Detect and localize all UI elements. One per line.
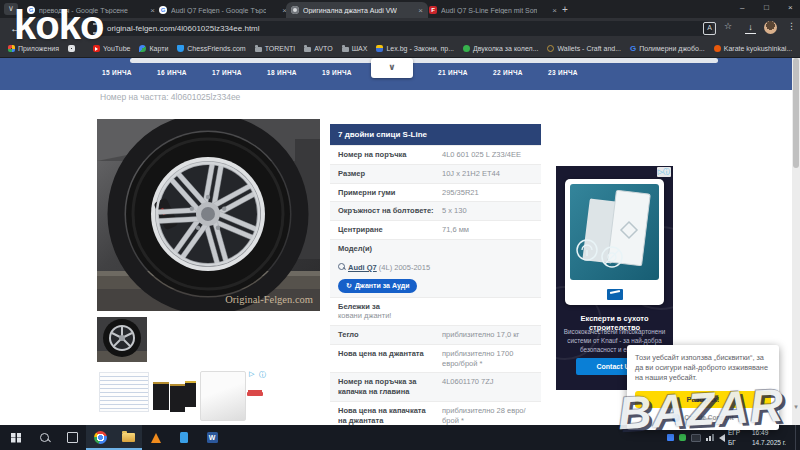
ad-products-thumb[interactable] — [151, 378, 197, 412]
url-text[interactable]: original-felgen.com/4l0601025lz334ee.htm… — [107, 24, 260, 33]
address-bar[interactable]: original-felgen.com/4l0601025lz334ee.htm… — [85, 21, 713, 36]
row-value: 4L0601170 7ZJ — [442, 377, 533, 397]
tab-title: Audi Q7 S-Line Felgen mit Som — [441, 7, 537, 14]
table-row: Размер 10J x 21H2 ET44 — [330, 164, 541, 183]
row-value: приблизително 17,0 кг — [442, 330, 533, 340]
bookmark-folder-avto[interactable]: AVTO — [304, 45, 332, 52]
wheel-photo[interactable]: Original-Felgen.com — [97, 119, 320, 311]
show-desktop-button[interactable] — [795, 425, 800, 450]
nav-item-21[interactable]: 21 ИНЧА — [438, 69, 468, 76]
search-icon — [40, 433, 49, 442]
window-minimize-button[interactable]: – — [740, 3, 744, 12]
new-tab-button[interactable]: + — [562, 4, 568, 15]
row-value: 71,6 мм — [442, 225, 533, 235]
ad-banner-bottom[interactable]: ▷ ⓘ — [97, 368, 267, 424]
start-button[interactable] — [2, 425, 30, 450]
gypsum-boards-image — [570, 184, 659, 280]
table-row: Нова цена на капачката на джантата прибл… — [330, 401, 541, 425]
ad-document-thumb[interactable] — [99, 372, 149, 412]
bookmark-star-icon[interactable]: ☆ — [724, 21, 732, 31]
bookmark-lexbg[interactable]: Lex.bg - Закони, пр... — [376, 45, 454, 52]
bookmark-dvukolka[interactable]: Двуколка за колел... — [463, 45, 538, 52]
bookmark-folder-shah[interactable]: ШАХ — [342, 45, 368, 52]
window-maximize-button[interactable]: □ — [764, 3, 769, 12]
row-label: Тегло — [338, 330, 442, 340]
adchoices-icons[interactable]: ▷ⓘ — [657, 167, 671, 177]
model-link-years: (4L) 2005-2015 — [377, 263, 430, 272]
bookmark-label: Полимерни джобо... — [639, 45, 704, 52]
audi-wheels-button[interactable]: ↻ Джанти за Ауди — [338, 279, 417, 293]
taskbar-chrome[interactable] — [86, 425, 114, 450]
language-bottom: БГ — [728, 438, 740, 448]
tab-active-felgen[interactable]: Оригинална джанта Audi VW × — [286, 2, 428, 18]
date: 14.7.2025 г. — [752, 438, 786, 448]
bookmark-chessfriends[interactable]: ChessFriends.com — [177, 45, 245, 52]
nav-item-16[interactable]: 16 ИНЧА — [157, 69, 187, 76]
translate-icon[interactable]: A — [703, 22, 716, 35]
seller-watermark: koko — [14, 3, 103, 48]
bookmark-polimerni[interactable]: G Полимерни джобо... — [630, 45, 705, 52]
windows-logo-icon — [11, 433, 21, 443]
f-favicon-icon: F — [429, 6, 437, 14]
browser-menu-icon[interactable]: ⋮ — [787, 21, 796, 31]
maps-pin-icon — [139, 45, 146, 52]
taskbar-vlc[interactable] — [142, 425, 170, 450]
taskbar-blue-app[interactable] — [170, 425, 198, 450]
scrollbar-down-arrow-icon[interactable]: ▾ — [792, 403, 800, 411]
model-link[interactable]: Audi Q7 — [348, 263, 377, 272]
row-label: Номер на поръчка за капачка на главина — [338, 377, 442, 397]
tab-close-icon[interactable]: × — [552, 6, 557, 15]
bookmark-label: ChessFriends.com — [187, 45, 245, 52]
nav-item-18[interactable]: 18 ИНЧА — [267, 69, 297, 76]
adchoices-play-icon[interactable]: ▷ — [249, 370, 254, 378]
task-view-icon — [67, 432, 78, 443]
taskbar-search-button[interactable] — [30, 425, 58, 450]
window-close-button[interactable]: × — [788, 3, 793, 12]
wheel-thumbnail[interactable] — [97, 317, 147, 362]
lex-icon — [376, 45, 383, 52]
ad-logo-red — [247, 392, 263, 396]
vlc-cone-icon — [151, 433, 161, 443]
tab-google-search[interactable]: G Audi Q7 Felgen - Google Търс × — [154, 2, 292, 18]
bookmark-label: ШАХ — [352, 45, 368, 52]
g-icon: G — [630, 45, 636, 52]
bookmark-folder-torenti[interactable]: TORENTI — [255, 45, 296, 52]
taskbar-explorer[interactable] — [114, 425, 142, 450]
nav-item-17[interactable]: 17 ИНЧА — [212, 69, 242, 76]
nav-item-15[interactable]: 15 ИНЧА — [102, 69, 132, 76]
horizontal-scrollbar[interactable] — [130, 58, 718, 63]
row-label: Окръжност на болтовете: — [338, 206, 442, 216]
wheel-favicon-icon — [291, 6, 299, 14]
adchoices-info-icon[interactable]: ⓘ — [663, 168, 670, 175]
knauf-ad-card[interactable] — [565, 179, 664, 305]
scrollbar-thumb[interactable] — [793, 58, 799, 168]
google-favicon-icon: G — [159, 6, 167, 14]
orange-dot-icon — [714, 45, 721, 52]
knauf-logo-icon — [607, 289, 623, 300]
ad-box-thumb[interactable] — [200, 371, 246, 421]
adchoices-info-icon[interactable]: ⓘ — [259, 370, 266, 380]
table-row: Центриране 71,6 мм — [330, 220, 541, 239]
chrome-icon — [94, 431, 107, 444]
bookmark-maps[interactable]: Карти — [139, 45, 168, 52]
ad-text-line: Висококачествени гипсокартонени — [556, 328, 673, 335]
downloads-icon[interactable]: ↓ — [745, 22, 756, 34]
taskbar-word[interactable]: W — [198, 425, 226, 450]
tab-felgen-shop[interactable]: F Audi Q7 S-Line Felgen mit Som × — [424, 2, 562, 18]
table-row-notes: Бележки за ковани джанти! — [330, 297, 541, 326]
folder-icon — [342, 47, 349, 52]
screen: ∨ G преводач - Google Търсене × G Audi Q… — [0, 0, 800, 450]
tab-close-icon[interactable]: × — [418, 6, 423, 15]
bookmark-wallets[interactable]: Wallets - Craft and... — [547, 45, 621, 52]
nav-item-22[interactable]: 22 ИНЧА — [493, 69, 523, 76]
profile-avatar[interactable] — [764, 21, 777, 34]
size-dropdown-chevron[interactable]: ∨ — [371, 58, 413, 78]
nav-item-23[interactable]: 23 ИНЧА — [548, 69, 578, 76]
bookmarks-bar: Приложения YouTube Карти ChessFriends.co… — [0, 40, 800, 58]
photo-watermark-text: Original-Felgen.com — [225, 294, 313, 305]
row-value: приблизително 28 евро/брой * — [442, 406, 533, 425]
nav-item-19[interactable]: 19 ИНЧА — [322, 69, 352, 76]
task-view-button[interactable] — [58, 425, 86, 450]
bookmark-karate[interactable]: Karate kyokushinkai... — [714, 45, 792, 52]
bookmark-label: Wallets - Craft and... — [557, 45, 621, 52]
